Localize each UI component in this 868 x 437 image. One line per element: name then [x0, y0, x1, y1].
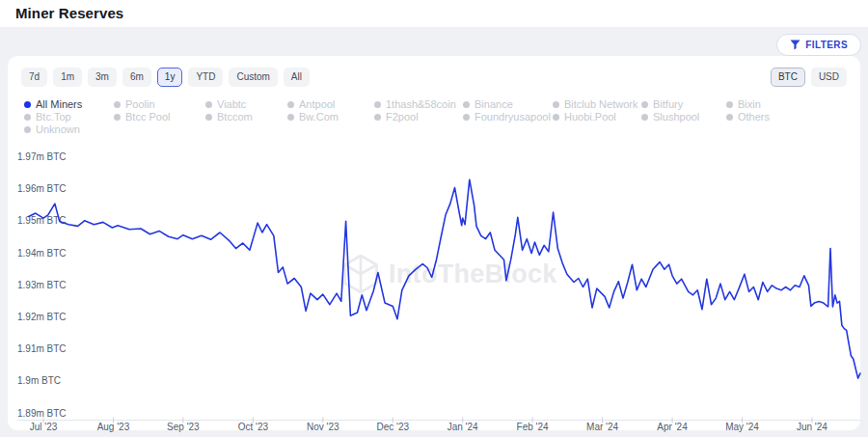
legend-item[interactable]: Unknown	[24, 123, 114, 136]
x-axis-label: May '24	[719, 422, 767, 433]
y-axis-label: 1.91m BTC	[17, 343, 67, 355]
y-axis-label: 1.93m BTC	[17, 280, 67, 291]
legend-dot-icon	[24, 114, 31, 121]
legend-dot-icon	[463, 101, 470, 108]
legend-dot-icon	[641, 114, 648, 121]
time-range-label: 6m	[130, 71, 144, 82]
legend-dot-icon	[374, 114, 381, 121]
legend-item-label: Viabtc	[217, 98, 246, 111]
legend-item[interactable]: Bw.Com	[287, 111, 374, 123]
legend: All Miners Poolin Viabtc Antpool 1thash&…	[24, 98, 851, 136]
time-range-button[interactable]: All	[284, 68, 310, 87]
x-axis-label: Aug '23	[89, 422, 137, 433]
legend-item[interactable]: F2pool	[374, 111, 463, 123]
legend-item-label: 1thash&58coin	[386, 98, 456, 111]
legend-dot-icon	[24, 126, 31, 133]
legend-item[interactable]: Btc.Top	[24, 111, 114, 123]
filters-button-label: FILTERS	[805, 40, 848, 50]
time-range-label: 1m	[61, 71, 74, 82]
legend-item-label: Binance	[475, 98, 513, 111]
x-axis-label: Jul '23	[19, 422, 68, 433]
watermark-text: IntoTheBlock	[389, 259, 557, 289]
legend-item-label: Antpool	[299, 98, 335, 111]
x-axis-label: Oct '23	[229, 422, 277, 433]
unit-toggle-label: BTC	[778, 71, 798, 82]
y-axis-label: 1.9m BTC	[17, 375, 61, 387]
x-axis-label: Nov '23	[299, 422, 347, 433]
unit-toggle-label: USD	[819, 71, 839, 82]
legend-item[interactable]: Foundryusapool	[463, 111, 553, 123]
legend-dot-icon	[205, 114, 212, 121]
legend-item[interactable]: Bitfury	[641, 98, 726, 111]
legend-item[interactable]: Binance	[463, 98, 553, 111]
time-range-group: 7d 1m 3m 6m 1y YTD Custom All	[21, 68, 310, 87]
legend-item[interactable]: Viabtc	[205, 98, 287, 111]
legend-item-label: Bitfury	[653, 98, 683, 111]
legend-item[interactable]: Btcc Pool	[114, 111, 205, 123]
legend-dot-icon	[24, 101, 31, 108]
legend-item-label: Others	[738, 111, 770, 123]
y-axis-label: 1.94m BTC	[17, 248, 67, 259]
legend-dot-icon	[553, 101, 559, 108]
legend-item-label: Btccom	[217, 111, 253, 123]
legend-item-label: Bitclub Network	[564, 98, 637, 111]
legend-item[interactable]: Antpool	[287, 98, 374, 111]
time-range-label: 3m	[95, 71, 109, 82]
legend-item[interactable]: Poolin	[114, 98, 205, 111]
time-range-button[interactable]: Custom	[229, 68, 277, 87]
page-title: Miner Reserves	[15, 0, 123, 27]
legend-dot-icon	[641, 101, 648, 108]
time-range-label: 7d	[29, 71, 40, 82]
legend-item-label: Slushpool	[653, 111, 699, 123]
legend-item[interactable]: Bixin	[726, 98, 851, 111]
legend-item[interactable]: All Miners	[24, 98, 114, 111]
legend-dot-icon	[463, 114, 470, 121]
y-axis-label: 1.89m BTC	[17, 408, 67, 420]
filters-button[interactable]: FILTERS	[776, 34, 861, 56]
unit-toggle-button[interactable]: USD	[811, 68, 847, 87]
legend-dot-icon	[726, 101, 733, 108]
time-range-button[interactable]: 7d	[21, 68, 47, 87]
legend-item[interactable]: Btccom	[205, 111, 287, 123]
y-axis-label: 1.95m BTC	[17, 215, 67, 227]
x-axis-label: Sep '23	[159, 422, 207, 433]
intotheblock-logo-icon	[341, 254, 380, 294]
app-header: Miner Reserves	[0, 0, 868, 27]
legend-item-label: Poolin	[125, 98, 155, 111]
time-range-label: Custom	[236, 71, 269, 82]
x-axis-label: Apr '24	[648, 422, 696, 433]
legend-item[interactable]: Others	[726, 111, 851, 123]
legend-dot-icon	[205, 101, 212, 108]
time-range-button[interactable]: 1y	[157, 68, 183, 87]
legend-item-label: Bixin	[738, 98, 761, 111]
legend-item-label: Btc.Top	[36, 111, 71, 123]
legend-dot-icon	[374, 101, 381, 108]
legend-dot-icon	[114, 114, 121, 121]
time-range-button[interactable]: 3m	[88, 68, 117, 87]
time-range-label: YTD	[196, 71, 215, 82]
time-range-button[interactable]: 6m	[122, 68, 151, 87]
legend-item-label: Btcc Pool	[125, 111, 170, 123]
legend-dot-icon	[114, 101, 121, 108]
y-axis-label: 1.97m BTC	[17, 151, 67, 163]
x-axis-label: Mar '24	[579, 422, 627, 433]
y-axis-label: 1.96m BTC	[17, 183, 67, 195]
time-range-label: 1y	[165, 71, 176, 82]
x-axis-label: Jun '24	[788, 422, 836, 433]
legend-item-label: Bw.Com	[299, 111, 339, 123]
legend-dot-icon	[726, 114, 733, 121]
time-range-button[interactable]: 1m	[53, 68, 82, 87]
watermark: IntoTheBlock	[341, 254, 557, 294]
legend-dot-icon	[287, 101, 294, 108]
unit-toggle-button[interactable]: BTC	[771, 68, 805, 87]
legend-item[interactable]: 1thash&58coin	[374, 98, 463, 111]
x-axis-label: Dec '23	[368, 422, 417, 433]
time-range-button[interactable]: YTD	[188, 68, 223, 87]
unit-toggle-group: BTC USD	[771, 68, 847, 87]
legend-dot-icon	[553, 114, 559, 121]
controls-row: 7d 1m 3m 6m 1y YTD Custom All B	[8, 68, 860, 87]
legend-item[interactable]: Bitclub Network	[553, 98, 641, 111]
legend-item[interactable]: Huobi.Pool	[553, 111, 641, 123]
legend-item-label: All Miners	[36, 98, 82, 111]
legend-item[interactable]: Slushpool	[641, 111, 726, 123]
